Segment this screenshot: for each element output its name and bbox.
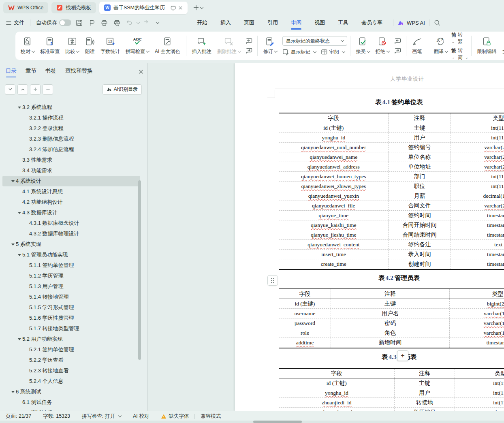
toc-item[interactable]: 5.2.4 个人信息: [2, 376, 140, 387]
menu-item-tools[interactable]: 工具: [331, 15, 355, 30]
word-count-button[interactable]: 12 字数统计: [98, 35, 123, 57]
document-page[interactable]: 大学毕业设计 表4.1签约单位表 字段注释类型id (主键)主键int(11)y…: [235, 63, 504, 411]
toc-item[interactable]: 3.2.2 登录流程: [2, 123, 140, 134]
wps-ai-button[interactable]: WPS AI: [397, 19, 425, 26]
print-preview-icon[interactable]: [113, 19, 121, 27]
accept-revision-button[interactable]: 接受: [353, 35, 373, 57]
undo-icon[interactable]: [126, 19, 133, 26]
horizontal-scrollbar-thumb[interactable]: [253, 421, 302, 423]
menu-item-reference[interactable]: 引用: [261, 15, 284, 30]
collaborate-icon[interactable]: [171, 5, 176, 11]
ai-recognize-toc-button[interactable]: AI识别目录: [103, 84, 142, 95]
markup-state-dropdown[interactable]: 显示标记的最终状态: [282, 36, 347, 46]
toc-item[interactable]: 4.3.1 数据库概念设计: [2, 218, 140, 229]
tab-document-active[interactable]: W 基于SSM的毕业生学历证明系: [99, 2, 188, 14]
tab-wps-office[interactable]: WPS Office: [3, 2, 48, 13]
menu-item-page[interactable]: 页面: [237, 15, 261, 30]
spell-check-status[interactable]: 拼写检查: 打开: [82, 413, 121, 420]
compat-mode-indicator[interactable]: 兼容模式: [201, 413, 221, 420]
missing-font-warning[interactable]: 缺失字体: [161, 413, 189, 420]
toc-item[interactable]: 5.1.7 转接地类型管理: [2, 323, 140, 334]
ai-proofread-status[interactable]: AI 校对: [133, 413, 149, 420]
new-tab-icon[interactable]: [193, 5, 199, 11]
toc-item[interactable]: 6 系统测试: [2, 387, 140, 397]
sidebar-tab-find-replace[interactable]: 查找和替换: [65, 67, 93, 76]
sidebar-tab-catalog[interactable]: 目录: [6, 67, 17, 76]
toc-item[interactable]: 3.2.4 添加信息流程: [2, 144, 140, 155]
spell-check-button[interactable]: ABC 拼写检查: [123, 35, 152, 57]
save-icon[interactable]: [75, 19, 83, 27]
collapse-arrow-icon[interactable]: [16, 338, 22, 340]
toc-item[interactable]: 5.2.1 签约单位管理: [2, 344, 140, 355]
read-aloud-button[interactable]: 朗读: [82, 35, 98, 57]
toc-item[interactable]: 5.2 用户功能实现: [2, 334, 140, 344]
tab-list-chevron-icon[interactable]: [200, 5, 203, 9]
close-sidebar-icon[interactable]: [139, 69, 143, 74]
menu-item-home[interactable]: 开始: [190, 15, 214, 30]
collapse-arrow-icon[interactable]: [16, 254, 22, 256]
toc-item[interactable]: 3.2 系统流程: [2, 102, 140, 113]
collapse-arrow-icon[interactable]: [10, 244, 16, 246]
brush-button[interactable]: 画笔: [409, 35, 425, 57]
compare-button[interactable]: 比较: [62, 35, 82, 57]
reject-revision-button[interactable]: 拒绝: [373, 35, 392, 57]
toc-item[interactable]: 5.1.6 学历性质管理: [2, 313, 140, 323]
track-changes-button[interactable]: 修订: [261, 35, 280, 57]
file-menu[interactable]: 文件: [4, 19, 26, 26]
collapse-arrow-icon[interactable]: [16, 107, 22, 109]
to-simplified-button[interactable]: 繁→ 转简: [451, 47, 463, 60]
tab-docer-templates[interactable]: 找稻壳模板: [51, 2, 96, 13]
menu-item-review[interactable]: 审阅: [284, 15, 308, 30]
review-pane-button[interactable]: 审阅: [321, 49, 345, 56]
insert-plus-button[interactable]: +: [397, 350, 408, 361]
menu-item-insert[interactable]: 插入: [214, 15, 237, 30]
toc-item[interactable]: 3.4 功能需求: [2, 165, 140, 176]
close-tab-icon[interactable]: [178, 6, 183, 10]
ai-polish-button[interactable]: AI 全文润色: [152, 35, 183, 57]
zoom-in-button[interactable]: [30, 84, 41, 95]
toc-item[interactable]: 4 系统设计: [2, 176, 140, 186]
toc-item[interactable]: 5.1 管理员功能实现: [2, 250, 140, 260]
toc-item[interactable]: 5.1.2 学历管理: [2, 271, 140, 281]
previous-comment-icon[interactable]: [245, 38, 253, 44]
collapse-arrow-icon[interactable]: [16, 212, 22, 214]
toc-item[interactable]: 5.2.2 学历查看: [2, 355, 140, 365]
sidebar-tab-chapters[interactable]: 章节: [26, 67, 36, 76]
collapse-arrow-icon[interactable]: [10, 391, 16, 393]
doc-permission-button[interactable]: 文档: [500, 35, 504, 57]
redo-icon[interactable]: [142, 19, 149, 26]
delete-comment-button[interactable]: 删除批注: [214, 35, 243, 57]
search-icon[interactable]: [434, 19, 441, 26]
toc-item[interactable]: 6.1 测试任务: [2, 397, 140, 408]
insert-comment-button[interactable]: 插入批注: [189, 35, 214, 57]
undo-chevron-icon[interactable]: [137, 20, 140, 24]
toc-item[interactable]: 4.3 数据库设计: [2, 207, 140, 218]
toc-item[interactable]: 5.1.1 签约单位管理: [2, 260, 140, 271]
toc-item[interactable]: 3.3 性能需求: [2, 155, 140, 165]
toc-item[interactable]: 5.1.4 转接地管理: [2, 292, 140, 302]
quick-toolbar-chevron-icon[interactable]: [156, 20, 159, 24]
toc-item[interactable]: 5.1.3 用户管理: [2, 281, 140, 292]
next-revision-icon[interactable]: [394, 47, 401, 54]
toc-item[interactable]: 4.2 功能结构设计: [2, 197, 140, 207]
collapse-all-button[interactable]: [17, 84, 28, 95]
show-markup-button[interactable]: 显示标记: [282, 49, 316, 56]
to-traditional-button[interactable]: 简→ 转繁: [451, 32, 463, 45]
export-pdf-icon[interactable]: [88, 19, 96, 27]
toc-item[interactable]: 5 系统实现: [2, 239, 140, 250]
previous-revision-icon[interactable]: [394, 38, 401, 44]
toc-item[interactable]: 4.3.2 数据库物理设计: [2, 229, 140, 239]
toc-item[interactable]: 6.2 测试过程: [2, 408, 140, 411]
expand-all-button[interactable]: [5, 84, 15, 95]
dialog-launcher-icon[interactable]: ⌟: [466, 55, 467, 59]
proofread-button[interactable]: 校对: [18, 35, 37, 57]
table-move-handle[interactable]: [267, 275, 278, 286]
toc-item[interactable]: 4.1 系统设计思想: [2, 186, 140, 197]
next-comment-icon[interactable]: [245, 47, 253, 54]
sidebar-scrollbar-thumb[interactable]: [138, 180, 141, 360]
autosave-toggle[interactable]: [59, 19, 71, 26]
toc-item[interactable]: 3.2.1 操作流程: [2, 113, 140, 123]
toc-item[interactable]: 5.2.3 转接地查看: [2, 365, 140, 376]
restrict-edit-button[interactable]: 限制编辑: [474, 35, 500, 57]
collapse-arrow-icon[interactable]: [10, 180, 16, 182]
